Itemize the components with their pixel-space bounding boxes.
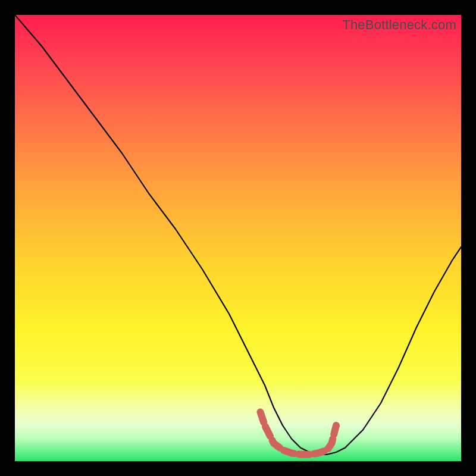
chart-stage: TheBottleneck.com	[0, 0, 476, 476]
curve-layer	[15, 15, 461, 461]
watermark-text: TheBottleneck.com	[342, 17, 456, 33]
plot-area: TheBottleneck.com	[15, 15, 461, 461]
bottleneck-curve	[15, 15, 461, 455]
optimal-range-marker	[261, 412, 337, 455]
